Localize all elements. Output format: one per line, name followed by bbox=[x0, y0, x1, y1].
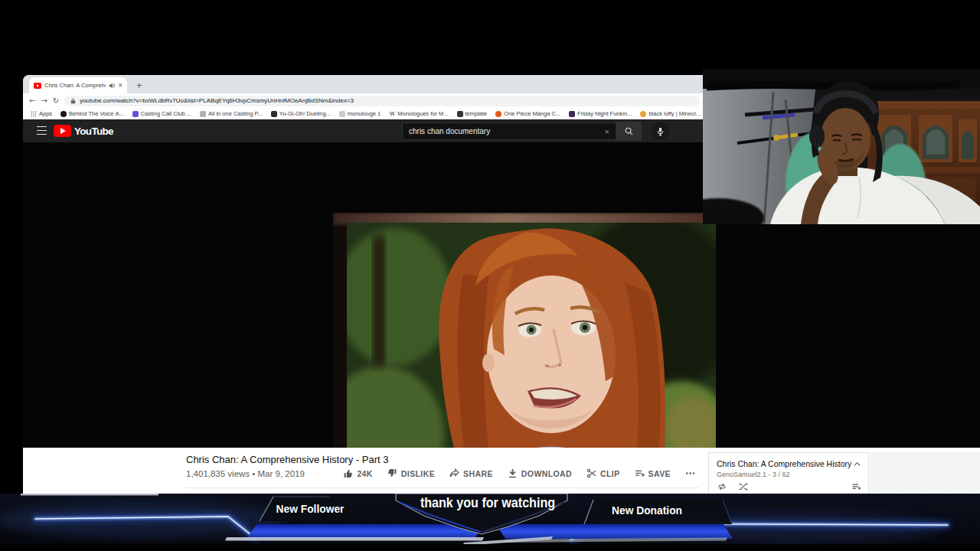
thank-you-message: thank you for watching bbox=[420, 495, 555, 511]
bookmark-item[interactable]: black luffy | Minecr... bbox=[640, 110, 701, 117]
bookmark-favicon bbox=[569, 111, 575, 117]
bookmark-favicon bbox=[339, 111, 345, 117]
download-icon bbox=[508, 468, 518, 478]
bookmark-item[interactable]: WMonologues for M... bbox=[389, 110, 448, 117]
more-actions-button[interactable] bbox=[685, 468, 695, 478]
more-icon bbox=[685, 468, 695, 478]
mic-icon bbox=[656, 127, 665, 136]
bookmark-favicon bbox=[495, 111, 501, 117]
share-icon bbox=[449, 468, 459, 478]
video-title: Chris Chan: A Comprehensive History - Pa… bbox=[186, 454, 388, 465]
youtube-logo[interactable]: YouTube bbox=[54, 125, 113, 137]
webcam-scene bbox=[703, 69, 980, 224]
apps-grid-icon bbox=[31, 111, 37, 117]
bookmark-favicon bbox=[271, 111, 277, 117]
bookmark-item[interactable]: Casting Call Club ... bbox=[132, 110, 191, 117]
playlist-subtitle: GenoSamuel2.1 - 3 / 62 bbox=[717, 471, 861, 478]
add-to-playlist-icon bbox=[635, 468, 645, 478]
playlist-title: Chris Chan: A Comprehensive History bbox=[717, 459, 861, 468]
shuffle-icon[interactable] bbox=[738, 482, 749, 491]
download-button[interactable]: DOWNLOAD bbox=[508, 468, 572, 478]
save-playlist-icon[interactable] bbox=[851, 482, 861, 491]
search-button[interactable] bbox=[616, 122, 642, 141]
dislike-button[interactable]: DISLIKE bbox=[387, 468, 435, 478]
video-stats: 1,401,835 views • Mar 9, 2019 bbox=[186, 469, 305, 478]
url-text: youtube.com/watch?v=bxWLdbRv7Uo&list=PLA… bbox=[80, 97, 354, 104]
search-input[interactable]: chris chan documentary × bbox=[402, 122, 616, 140]
thumbs-up-icon bbox=[343, 468, 353, 478]
bookmark-item[interactable]: Behind The Voice A... bbox=[60, 110, 124, 117]
playlist-panel: Chris Chan: A Comprehensive History Geno… bbox=[708, 452, 869, 496]
youtube-favicon bbox=[34, 83, 41, 89]
bookmark-apps[interactable]: Apps bbox=[31, 110, 52, 117]
video-info-bar: Chris Chan: A Comprehensive History - Pa… bbox=[23, 448, 980, 496]
bookmark-item[interactable]: template bbox=[457, 110, 488, 117]
stream-scene: Chris Chan: A Comprehensiv... × + ← → ↻ … bbox=[0, 0, 980, 551]
bookmark-favicon bbox=[200, 111, 206, 117]
collapse-playlist-icon[interactable] bbox=[853, 461, 861, 467]
bookmark-favicon bbox=[132, 111, 139, 117]
search-icon bbox=[624, 126, 634, 136]
share-button[interactable]: SHARE bbox=[449, 468, 493, 478]
webcam-overlay bbox=[703, 69, 980, 224]
new-follower-label: New Follower bbox=[276, 502, 345, 515]
page-background bbox=[870, 452, 980, 496]
loop-icon[interactable] bbox=[717, 482, 727, 491]
new-tab-button[interactable]: + bbox=[136, 80, 142, 91]
save-button[interactable]: SAVE bbox=[635, 468, 671, 478]
bookmark-item[interactable]: All in one Casting P... bbox=[200, 110, 263, 117]
bookmark-item[interactable]: Friday Night Funkin... bbox=[569, 110, 632, 117]
bookmark-item[interactable]: Yu-Gi-Oh! Dueling... bbox=[271, 110, 331, 117]
bookmark-favicon bbox=[640, 111, 646, 117]
reload-button[interactable]: ↻ bbox=[53, 97, 59, 105]
address-bar[interactable]: youtube.com/watch?v=bxWLdbRv7Uo&list=PLA… bbox=[64, 96, 700, 106]
clip-button[interactable]: CLIP bbox=[586, 468, 620, 478]
stream-alert-banner: New Follower thank you for watching New … bbox=[0, 494, 980, 551]
bookmark-item[interactable]: monulouge 1 bbox=[339, 110, 381, 117]
divider bbox=[186, 487, 699, 488]
scissors-icon bbox=[586, 468, 596, 478]
lock-icon bbox=[70, 98, 76, 104]
youtube-play-icon bbox=[54, 125, 71, 137]
forward-button[interactable]: → bbox=[41, 97, 47, 105]
new-donation-label: New Donation bbox=[612, 504, 682, 517]
tab-title: Chris Chan: A Comprehensiv... bbox=[44, 82, 106, 89]
bookmark-favicon bbox=[457, 111, 463, 117]
mic-button[interactable] bbox=[652, 122, 669, 140]
back-button[interactable]: ← bbox=[29, 97, 35, 105]
bookmark-favicon bbox=[60, 111, 67, 117]
like-button[interactable]: 24K bbox=[343, 468, 372, 478]
menu-icon[interactable] bbox=[37, 126, 47, 135]
video-actions: 24K DISLIKE SHARE DOWNLOAD bbox=[343, 468, 695, 478]
wikipedia-favicon: W bbox=[389, 111, 395, 117]
tab-close-icon[interactable]: × bbox=[118, 82, 122, 90]
tab-audio-icon[interactable] bbox=[109, 83, 115, 89]
bookmark-item[interactable]: One Piece Manga C... bbox=[495, 110, 560, 117]
search-clear-icon[interactable]: × bbox=[605, 127, 609, 136]
thumbs-down-icon bbox=[387, 468, 397, 478]
browser-tab[interactable]: Chris Chan: A Comprehensiv... × bbox=[29, 77, 127, 93]
